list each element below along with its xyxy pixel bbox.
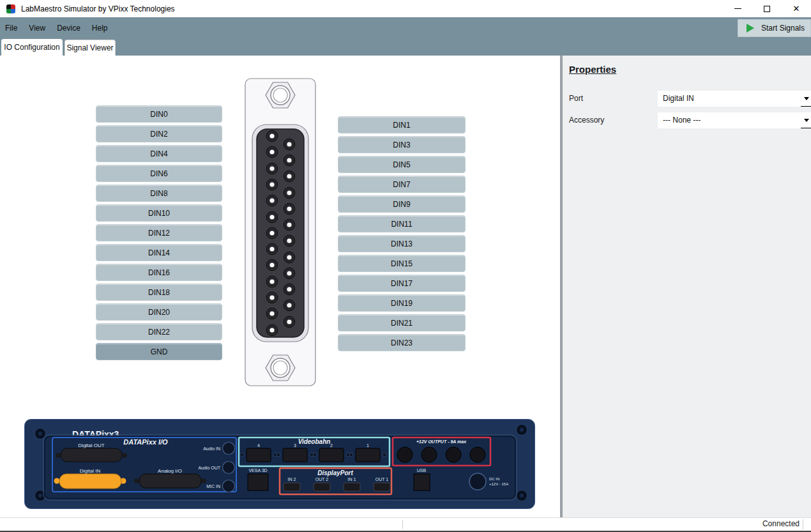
- pin-button-din21[interactable]: DIN21: [338, 314, 466, 331]
- svg-text:VESA 3D: VESA 3D: [248, 468, 267, 473]
- content-area: DIN0 DIN2 DIN4 DIN6 DIN8 DIN10 DIN12 DIN…: [0, 56, 811, 517]
- window-title: LabMaestro Simulator by VPixx Technologi…: [21, 4, 175, 13]
- app-icon: [6, 4, 15, 13]
- svg-text:IN 1: IN 1: [348, 477, 356, 482]
- maximize-button[interactable]: [752, 0, 782, 17]
- pin-button-din2[interactable]: DIN2: [96, 125, 222, 142]
- dropdown-underline: [801, 128, 811, 128]
- svg-text:Analog I/O: Analog I/O: [158, 468, 182, 474]
- port-field-row: Port Digital IN: [569, 91, 811, 107]
- pin-button-din5[interactable]: DIN5: [338, 156, 466, 173]
- pin-button-din10[interactable]: DIN10: [96, 204, 222, 222]
- title-bar: LabMaestro Simulator by VPixx Technologi…: [0, 0, 811, 17]
- window-controls: ✕: [723, 0, 811, 17]
- svg-text:Audio IN: Audio IN: [203, 446, 220, 451]
- pin-button-din20[interactable]: DIN20: [96, 303, 222, 321]
- connection-status: Connected: [762, 519, 800, 528]
- dsub-shell: [252, 125, 308, 342]
- port-dropdown[interactable]: Digital IN: [658, 91, 811, 107]
- displayport-out1[interactable]: [374, 483, 390, 491]
- pin-button-din17[interactable]: DIN17: [338, 275, 466, 292]
- tab-io-configuration[interactable]: IO Configuration: [1, 39, 63, 56]
- port-label: Port: [569, 94, 583, 103]
- status-divider: [803, 519, 803, 529]
- minimize-button[interactable]: [723, 0, 752, 17]
- start-signals-button[interactable]: Start Signals: [738, 19, 811, 37]
- play-icon: [747, 24, 754, 33]
- accessory-field-row: Accessory --- None ---: [569, 112, 811, 128]
- vesa-3d-port[interactable]: VESA 3D: [248, 468, 268, 490]
- svg-text:+12V - 15A: +12V - 15A: [489, 482, 508, 486]
- svg-text:MIC IN: MIC IN: [206, 484, 220, 489]
- accessory-label: Accessory: [569, 116, 604, 125]
- status-bar: Connected: [0, 517, 811, 532]
- db25-connector-diagram: [245, 78, 316, 386]
- menu-file[interactable]: File: [0, 24, 23, 33]
- close-icon: ✕: [793, 4, 800, 13]
- pin-button-din4[interactable]: DIN4: [96, 145, 222, 162]
- svg-text:1: 1: [367, 443, 369, 448]
- svg-text:DC IN: DC IN: [489, 477, 499, 481]
- pin-button-din14[interactable]: DIN14: [96, 244, 222, 261]
- pin-button-din3[interactable]: DIN3: [338, 136, 466, 153]
- start-signals-label: Start Signals: [761, 24, 805, 33]
- menu-bar: File View Device Help Start Signals: [0, 17, 811, 38]
- videobahn-title: Videobahn: [298, 438, 331, 445]
- minimize-icon: [734, 8, 741, 9]
- io-section-title: DATAPixx I/O: [123, 438, 168, 446]
- svg-text:3: 3: [294, 443, 296, 448]
- pin-button-din1[interactable]: DIN1: [338, 116, 466, 133]
- pin-button-din11[interactable]: DIN11: [338, 215, 466, 232]
- menu-view[interactable]: View: [23, 24, 51, 33]
- pin-button-din0[interactable]: DIN0: [96, 105, 222, 123]
- chevron-down-icon: [804, 97, 809, 100]
- tab-bar: IO Configuration Signal Viewer: [0, 38, 811, 56]
- displayport-in1[interactable]: [344, 483, 360, 491]
- port-dropdown-value: Digital IN: [658, 91, 811, 107]
- tab-signal-viewer[interactable]: Signal Viewer: [64, 40, 116, 56]
- accessory-dropdown[interactable]: --- None ---: [658, 112, 811, 128]
- svg-text:IN 2: IN 2: [288, 477, 296, 482]
- pin-button-din12[interactable]: DIN12: [96, 224, 222, 241]
- pin-column-left: DIN0 DIN2 DIN4 DIN6 DIN8 DIN10 DIN12 DIN…: [96, 105, 222, 360]
- pin-button-din22[interactable]: DIN22: [96, 323, 222, 340]
- svg-text:OUT 2: OUT 2: [315, 477, 329, 482]
- properties-panel: Properties Port Digital IN Accessory ---…: [563, 56, 811, 517]
- dropdown-underline: [801, 106, 811, 107]
- svg-text:USB: USB: [417, 468, 427, 473]
- svg-text:4: 4: [257, 443, 260, 448]
- pin-button-din18[interactable]: DIN18: [96, 284, 222, 301]
- svg-text:2: 2: [330, 443, 333, 448]
- pin-button-din19[interactable]: DIN19: [338, 294, 466, 312]
- pin-button-din8[interactable]: DIN8: [96, 185, 222, 202]
- io-configuration-pane: DIN0 DIN2 DIN4 DIN6 DIN8 DIN10 DIN12 DIN…: [0, 56, 560, 517]
- displayport-out2[interactable]: [314, 483, 330, 491]
- pin-button-gnd[interactable]: GND: [96, 343, 222, 360]
- status-divider: [402, 520, 403, 529]
- power-title: +12V OUTPUT - 9A max: [416, 439, 467, 444]
- pin-button-din13[interactable]: DIN13: [338, 235, 466, 252]
- datapixx3-device-image: DATAPixx3 DATAPixx I/O Digital OUT Digit…: [24, 419, 535, 509]
- displayport-in2[interactable]: [284, 483, 300, 491]
- svg-text:OUT 1: OUT 1: [375, 477, 389, 482]
- pin-button-din16[interactable]: DIN16: [96, 264, 222, 281]
- pin-button-din15[interactable]: DIN15: [338, 255, 466, 272]
- pin-button-din6[interactable]: DIN6: [96, 165, 222, 182]
- menu-help[interactable]: Help: [86, 24, 114, 33]
- pin-button-din9[interactable]: DIN9: [338, 195, 466, 213]
- svg-text:Audio OUT: Audio OUT: [198, 466, 220, 470]
- accessory-dropdown-value: --- None ---: [658, 112, 811, 128]
- menu-device[interactable]: Device: [51, 24, 86, 33]
- svg-text:Digital OUT: Digital OUT: [78, 443, 104, 448]
- pin-button-din23[interactable]: DIN23: [338, 334, 466, 351]
- svg-text:Digital IN: Digital IN: [80, 468, 101, 474]
- pin-column-right: DIN1 DIN3 DIN5 DIN7 DIN9 DIN11 DIN13 DIN…: [338, 116, 466, 351]
- chevron-down-icon: [804, 119, 809, 122]
- pin-button-din7[interactable]: DIN7: [338, 176, 466, 193]
- close-button[interactable]: ✕: [782, 0, 811, 17]
- maximize-icon: [764, 6, 770, 12]
- properties-heading: Properties: [569, 64, 616, 75]
- displayport-title: DisplayPort: [317, 469, 353, 476]
